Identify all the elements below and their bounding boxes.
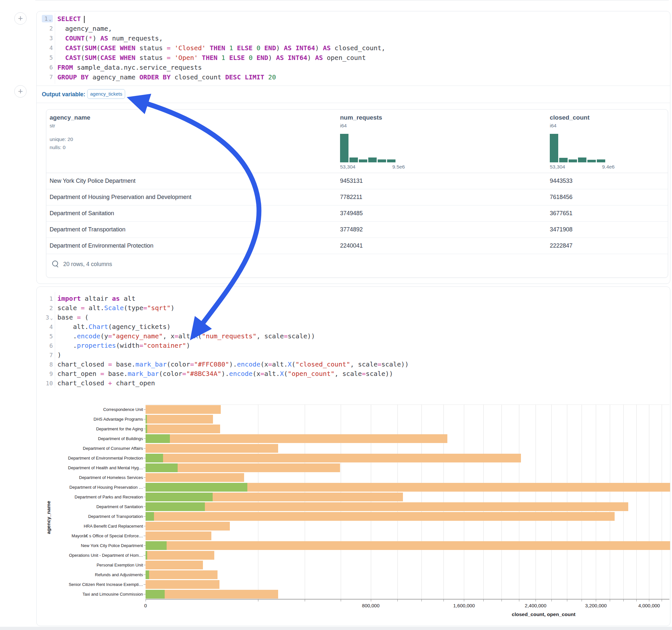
dataframe-rows: New York City Police Department945313194…	[46, 173, 668, 254]
previous-cell-bottom-border	[34, 0, 670, 1]
bar-open-6	[146, 463, 178, 472]
x-axis-tick	[567, 599, 567, 602]
code-line[interactable]: 2 agency_name,	[37, 24, 670, 33]
histogram-min: 53,304	[550, 164, 565, 170]
y-axis-tick	[144, 526, 146, 526]
histogram-max: 9.5e6	[392, 164, 405, 170]
code-text: alt.Chart(agency_tickets)	[57, 322, 170, 332]
histogram-min: 53,304	[340, 164, 355, 170]
table-row[interactable]: Department of Housing Preservation and D…	[46, 189, 668, 205]
y-axis-tick	[144, 448, 146, 449]
y-axis-label: Department of Parks and Recreation	[37, 494, 146, 500]
code-text: chart_open = base.mark_bar(color="#8BC34…	[57, 369, 393, 379]
code-line[interactable]: 3 COUNT(*) AS num_requests,	[37, 33, 670, 43]
code-line[interactable]: 1import altair as alt	[37, 294, 670, 303]
line-number: 5	[37, 53, 53, 63]
histogram-bar	[378, 160, 386, 162]
x-axis-tick	[371, 599, 371, 602]
code-line[interactable]: 1⌄SELECT	[37, 14, 670, 24]
line-number: 7	[37, 72, 53, 82]
gridline	[623, 405, 624, 599]
code-line[interactable]: 9chart_open = base.mark_bar(color="#8BC3…	[37, 369, 670, 379]
column-header-closed_count[interactable]: closed_counti6453,3049.4e6	[547, 110, 668, 173]
histogram-bar	[368, 158, 377, 162]
add-block-button-output[interactable]: +	[14, 85, 27, 98]
histogram-bar	[587, 160, 596, 162]
bar-open-14	[146, 541, 167, 550]
code-text: scale = alt.Scale(type="sqrt")	[57, 303, 174, 313]
code-line[interactable]: 5 CAST(SUM(CASE WHEN status = 'Open' THE…	[37, 53, 670, 63]
y-axis-label: Department of Transportation	[37, 514, 146, 519]
code-line[interactable]: 6FROM sample_data.nyc.service_requests	[37, 63, 670, 72]
code-line[interactable]: 6 .properties(width="container")	[37, 341, 670, 350]
x-axis-tick	[146, 599, 146, 602]
histogram-bar	[578, 158, 586, 162]
code-line[interactable]: 5 .encode(y="agency_name", x=alt.X("num_…	[37, 332, 670, 341]
gridline	[581, 405, 582, 599]
row-count-label: 20 rows, 4 columns	[63, 261, 112, 268]
gridline	[341, 405, 341, 599]
column-dtype: i64	[550, 123, 665, 129]
column-header-num_requests[interactable]: num_requestsi6453,3049.5e6	[337, 110, 547, 173]
column-header-agency_name[interactable]: agency_namestrunique: 20nulls: 0	[46, 110, 337, 173]
y-axis-label: New York City Police Department	[37, 543, 146, 548]
line-number: 2	[37, 24, 53, 33]
table-cell: Department of Sanitation	[46, 205, 337, 221]
bar-closed-7	[146, 473, 244, 482]
output-variable-pill[interactable]: agency_tickets	[87, 89, 125, 99]
y-axis-label: Department of Environmental Protection	[37, 456, 146, 461]
bar-closed-19	[146, 590, 278, 599]
gridline	[519, 405, 519, 599]
y-axis-label: Correspondence Unit	[37, 407, 146, 412]
gridline	[258, 405, 258, 599]
x-axis-tick	[483, 599, 484, 602]
y-axis-tick	[144, 584, 146, 585]
histogram-bar	[597, 160, 605, 162]
x-axis-tick	[422, 599, 422, 602]
x-axis-tick	[398, 599, 398, 602]
bar-open-11	[146, 512, 154, 521]
line-number: 7	[37, 350, 53, 360]
bar-closed-17	[146, 571, 217, 579]
gridline	[551, 405, 552, 599]
code-line[interactable]: 10chart_closed + chart_open	[37, 379, 670, 388]
y-axis-label: DHS Advantage Programs	[37, 417, 146, 421]
column-name: agency_name	[50, 114, 334, 121]
python-code-editor[interactable]: 1import altair as alt2scale = alt.Scale(…	[37, 294, 670, 388]
dataframe-header: agency_namestrunique: 20nulls: 0num_requ…	[46, 110, 668, 173]
code-line[interactable]: 2scale = alt.Scale(type="sqrt")	[37, 303, 670, 313]
y-axis-label: Operations Unit - Department of Hom…	[37, 553, 146, 558]
column-dtype: i64	[340, 123, 543, 129]
gridline	[662, 405, 662, 599]
dataframe-footer[interactable]: 20 rows, 4 columns	[46, 252, 668, 277]
table-cell: 3774892	[337, 222, 547, 238]
search-icon[interactable]	[52, 261, 58, 266]
y-axis-tick	[144, 438, 146, 439]
code-line[interactable]: 4 CAST(SUM(CASE WHEN status = 'Closed' T…	[37, 43, 670, 53]
code-line[interactable]: 7GROUP BY agency_name ORDER BY closed_co…	[37, 72, 670, 82]
divider	[37, 86, 670, 86]
y-axis-tick	[144, 429, 146, 429]
code-text: SELECT	[57, 14, 85, 24]
line-number: 6	[37, 63, 53, 72]
add-block-button-top[interactable]: +	[14, 12, 27, 25]
code-line[interactable]: 7)	[37, 350, 670, 360]
python-cell: 1import altair as alt2scale = alt.Scale(…	[36, 287, 670, 626]
bar-closed-14	[146, 541, 670, 550]
table-row[interactable]: Department of Transportation377489234719…	[46, 222, 668, 238]
code-line[interactable]: 4 alt.Chart(agency_tickets)	[37, 322, 670, 332]
table-row[interactable]: Department of Sanitation37494853677651	[46, 205, 668, 222]
bar-closed-0	[146, 405, 221, 414]
sql-code-editor[interactable]: 1⌄SELECT2 agency_name,3 COUNT(*) AS num_…	[37, 14, 670, 82]
x-axis-tick	[551, 599, 552, 602]
y-axis-tick	[144, 565, 146, 565]
gridline	[464, 405, 464, 599]
table-row[interactable]: New York City Police Department945313194…	[46, 173, 668, 189]
table-cell: New York City Police Department	[46, 173, 337, 189]
line-number: 1⌄	[37, 14, 53, 24]
column-stat: nulls: 0	[50, 143, 334, 151]
code-text: GROUP BY agency_name ORDER BY closed_cou…	[57, 72, 276, 82]
code-line[interactable]: 3⌄base = (	[37, 313, 670, 322]
code-line[interactable]: 8chart_closed = base.mark_bar(color="#FF…	[37, 360, 670, 369]
column-name: closed_count	[550, 114, 665, 121]
